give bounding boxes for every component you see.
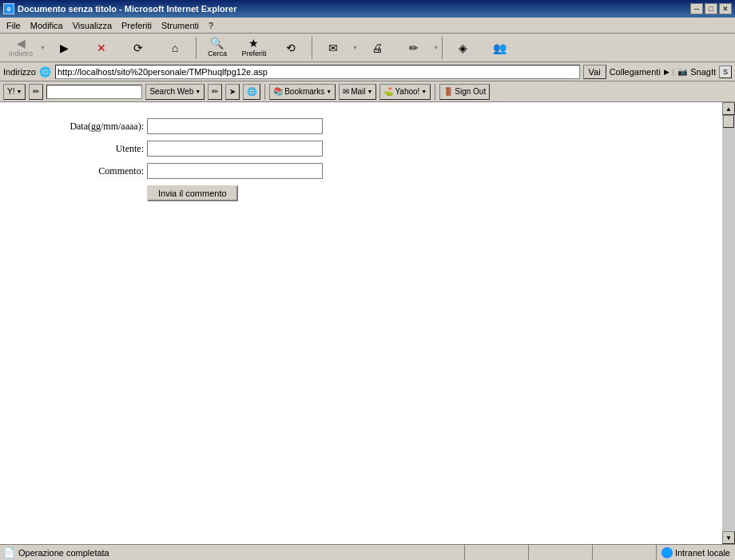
search-button[interactable]: 🔍 Cerca	[200, 36, 235, 60]
commento-input[interactable]	[147, 163, 323, 179]
yahoo-y-button[interactable]: Y! ▼	[3, 84, 26, 100]
snagit-camera-icon: 📷	[677, 67, 687, 76]
mail-dropdown-arrow[interactable]: ▼	[352, 45, 358, 50]
yahoo-signout-button[interactable]: 🚪 Sign Out	[439, 84, 490, 100]
snagit-label[interactable]: SnagIt	[690, 67, 716, 77]
status-page-icon: 📄	[3, 547, 15, 558]
utente-label: Utente:	[16, 143, 144, 155]
yahoo-arrow-button[interactable]: ➤	[225, 84, 240, 100]
yahoo-search-web-button[interactable]: Search Web ▼	[145, 84, 205, 100]
edit-button[interactable]: ✏	[396, 36, 431, 60]
yahoo-mail-button[interactable]: ✉ Mail ▼	[339, 84, 376, 100]
menu-file[interactable]: File	[2, 19, 26, 32]
discuss-button[interactable]: ◈	[446, 36, 481, 60]
bookmarks-label: Bookmarks	[284, 87, 324, 96]
mail-button[interactable]: ✉	[316, 36, 351, 60]
yahoo-bookmarks-button[interactable]: 📚 Bookmarks ▼	[269, 84, 336, 100]
edit-dropdown-arrow[interactable]: ▼	[433, 45, 439, 50]
minimize-button[interactable]: ─	[690, 3, 703, 14]
home-button[interactable]: ⌂	[157, 36, 193, 60]
bookmarks-arrow: ▼	[326, 89, 332, 94]
submit-button[interactable]: Invia il commento	[147, 185, 238, 201]
address-bar: Indirizzo 🌐 Vai Collegamenti ▶ | 📷 SnagI…	[0, 62, 735, 81]
search-web-arrow: ▼	[195, 89, 201, 94]
yahoo-arrow2: ▼	[421, 89, 427, 94]
edit-icon: ✏	[409, 42, 419, 54]
print-button[interactable]: 🖨	[360, 36, 395, 60]
yahoo-sep-1	[264, 84, 265, 100]
window-title: Documento senza titolo - Microsoft Inter…	[18, 4, 236, 14]
status-seg-3	[593, 545, 657, 560]
yahoo-flag-icon: ⛳	[383, 87, 393, 96]
intranet-icon: 🌐	[662, 547, 673, 558]
intranet-label: Intranet locale	[675, 548, 730, 558]
commento-row: Commento:	[16, 163, 543, 179]
back-dropdown-arrow[interactable]: ▼	[40, 45, 46, 50]
ie-icon: e	[3, 3, 14, 14]
yahoo-search-input[interactable]	[46, 85, 142, 99]
scroll-thumb[interactable]	[723, 115, 734, 128]
toolbar-separator-3	[442, 37, 443, 59]
title-bar-left: e Documento senza titolo - Microsoft Int…	[3, 3, 236, 14]
bookmarks-icon: 📚	[273, 87, 283, 96]
menu-modifica[interactable]: Modifica	[26, 19, 68, 32]
scrollbar: ▲ ▼	[722, 102, 735, 544]
globe-icon: 🌐	[247, 87, 256, 96]
status-segments	[465, 545, 657, 560]
forward-button[interactable]: ▶	[47, 36, 82, 60]
messenger-icon: 👥	[493, 42, 507, 54]
address-label: Indirizzo	[3, 67, 36, 77]
favorites-button[interactable]: ★ Preferiti	[236, 36, 272, 60]
data-row: Data(gg/mm/aaaa):	[16, 118, 543, 134]
yahoo-y-arrow: ▼	[16, 89, 22, 94]
utente-input[interactable]	[147, 141, 323, 157]
back-label: Indietro	[9, 50, 33, 58]
yahoo-pencil-button[interactable]: ✏	[29, 84, 43, 100]
status-message: Operazione completata	[18, 548, 109, 558]
scroll-down-arrow[interactable]: ▼	[722, 531, 735, 544]
status-bar: 📄 Operazione completata 🌐 Intranet local…	[0, 544, 735, 560]
status-seg-2	[529, 545, 593, 560]
menu-strumenti[interactable]: Strumenti	[157, 19, 204, 32]
mail-label: Mail	[351, 87, 365, 96]
title-bar: e Documento senza titolo - Microsoft Int…	[0, 0, 735, 18]
refresh-button[interactable]: ⟳	[121, 36, 156, 60]
menu-visualizza[interactable]: Visualizza	[68, 19, 117, 32]
toolbar-separator-1	[196, 37, 197, 59]
signout-icon: 🚪	[443, 87, 453, 96]
home-icon: ⌂	[172, 42, 178, 54]
toolbar: ◀ Indietro ▼ ▶ ✕ ⟳ ⌂ 🔍 Cerca ★ Preferiti…	[0, 34, 735, 62]
yahoo-globe-button[interactable]: 🌐	[243, 84, 260, 100]
search-label: Cerca	[208, 50, 227, 58]
stop-button[interactable]: ✕	[84, 36, 119, 60]
address-input[interactable]	[55, 65, 580, 79]
yahoo-label: Yahoo!	[395, 87, 419, 96]
maximize-button[interactable]: □	[705, 3, 717, 14]
close-button[interactable]: ✕	[719, 3, 732, 14]
print-icon: 🖨	[371, 42, 383, 54]
history-button[interactable]: ⟲	[273, 36, 308, 60]
pencil-icon: ✏	[33, 87, 39, 96]
menu-preferiti[interactable]: Preferiti	[117, 19, 157, 32]
data-input[interactable]	[147, 118, 323, 134]
submit-row: Invia il commento	[16, 185, 543, 201]
search-web-label: Search Web	[149, 87, 193, 96]
search-icon: 🔍	[210, 38, 224, 49]
menu-help[interactable]: ?	[204, 19, 218, 32]
yahoo-pencil2-button[interactable]: ✏	[208, 84, 222, 100]
snagit-icon[interactable]: S	[719, 66, 732, 78]
favorites-label: Preferiti	[241, 50, 266, 58]
collegamenti-arrow[interactable]: ▶	[664, 68, 669, 76]
scroll-up-arrow[interactable]: ▲	[722, 102, 735, 115]
collegamenti-button[interactable]: Collegamenti	[610, 67, 661, 77]
menu-bar: File Modifica Visualizza Preferiti Strum…	[0, 18, 735, 34]
messenger-button[interactable]: 👥	[483, 36, 518, 60]
title-bar-buttons[interactable]: ─ □ ✕	[690, 3, 732, 14]
back-button[interactable]: ◀ Indietro	[3, 36, 38, 60]
toolbar-separator-2	[312, 37, 312, 59]
vai-button[interactable]: Vai	[583, 65, 606, 79]
utente-row: Utente:	[16, 141, 543, 157]
signout-label: Sign Out	[455, 87, 486, 96]
yahoo-yahoo-button[interactable]: ⛳ Yahoo! ▼	[379, 84, 431, 100]
status-seg-1	[465, 545, 529, 560]
